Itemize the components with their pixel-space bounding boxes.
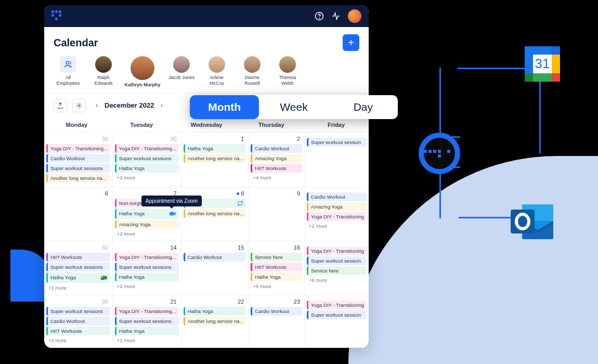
event-chip[interactable]: Yoga DIY - Transitioning (307, 246, 367, 255)
event-chip[interactable]: Another long service na... (184, 154, 246, 163)
event-chip[interactable]: Hatha Yoga (46, 272, 110, 283)
day-cell[interactable]: 30Super workout sessionsCardio WorkoutHI… (44, 295, 113, 348)
person-6[interactable]: Theresa Webb (273, 56, 302, 86)
more-events-link[interactable]: +2 more (115, 336, 179, 344)
more-events-link[interactable]: +6 more (307, 276, 367, 284)
more-events-link[interactable]: +4 more (251, 174, 302, 181)
user-avatar[interactable] (348, 9, 361, 23)
event-chip[interactable]: Yoga DIY - Transitioning... (115, 307, 179, 316)
person-5[interactable]: Dianne Russell (238, 56, 267, 86)
day-cell[interactable]: 9 (249, 187, 305, 241)
day-cell[interactable]: 7Non-surgicAppointment via ZoomHatha Yog… (113, 187, 181, 241)
event-chip[interactable]: Cardio Workout (46, 317, 110, 326)
day-cell[interactable]: 30HIIT WorkoutsSuper workout sessionsHat… (44, 241, 113, 295)
day-cell[interactable]: 21Yoga DIY - Transitioning...Super worko… (113, 295, 181, 348)
prev-month-button[interactable] (91, 100, 102, 111)
person-2[interactable]: Kathryn Murphy (124, 56, 161, 88)
view-day[interactable]: Day (329, 95, 398, 119)
event-chip[interactable]: Cardio Workout (184, 253, 246, 262)
event-chip[interactable]: Non-surgicAppointment via Zoom (115, 199, 179, 207)
event-chip[interactable]: Hatha Yoga (115, 209, 179, 219)
view-month[interactable]: Month (190, 95, 259, 119)
event-chip[interactable]: HIIT Workouts (46, 327, 110, 335)
help-icon[interactable] (315, 11, 324, 21)
event-chip[interactable]: Another long service na... (46, 174, 110, 183)
day-cell[interactable]: 14Yoga DIY - Transitioning...Super worko… (113, 241, 181, 295)
event-chip[interactable]: Yoga DIY - Transitioning (307, 301, 367, 309)
day-cell[interactable]: 6 (44, 187, 113, 241)
event-chip[interactable]: Super workout sessions (46, 263, 110, 271)
event-chip[interactable]: Hatha Yoga (115, 164, 179, 173)
event-chip[interactable]: Super workout sessions (115, 317, 179, 326)
day-cell[interactable]: 30Yoga DIY - Transitioning...Super worko… (113, 133, 181, 187)
event-chip[interactable]: Another long service na... (184, 209, 246, 218)
day-number: 9 (251, 189, 302, 199)
more-events-link[interactable]: +2 more (46, 336, 110, 344)
day-cell[interactable]: 2Cardio WorkoutAmazing YogaHIIT Workouts… (249, 133, 305, 187)
event-chip[interactable]: Super workout sessions (115, 154, 179, 163)
svg-point-1 (319, 18, 320, 18)
more-events-link[interactable]: +5 more (251, 282, 302, 290)
event-chip[interactable]: Hatha Yoga (251, 272, 302, 281)
more-events-link[interactable]: +2 more (115, 174, 179, 181)
day-number: 16 (251, 243, 302, 253)
event-chip[interactable]: Amazing Yoga (115, 220, 179, 229)
event-chip[interactable]: HIIT Workouts (251, 164, 302, 173)
day-cell[interactable]: Yoga DIY - TransitioningSuper workout se… (305, 241, 369, 295)
person-all[interactable]: All Employees (54, 56, 83, 86)
svg-rect-14 (525, 73, 533, 82)
event-chip[interactable]: Cardio Workout (46, 154, 110, 163)
event-chip[interactable]: Yoga DIY - Transitioning... (115, 144, 179, 153)
event-chip[interactable]: Amazing Yoga (251, 154, 302, 163)
day-cell[interactable]: Super workout session (305, 133, 369, 187)
app-logo-icon[interactable] (51, 10, 63, 22)
event-chip[interactable]: Super workout session (307, 310, 367, 319)
day-cell[interactable]: 15Cardio Workout (181, 241, 249, 295)
event-chip[interactable]: Yoga DIY - Transitioning... (46, 144, 110, 153)
day-number (307, 297, 367, 301)
event-chip[interactable]: Amazing Yoga (307, 202, 367, 211)
person-1[interactable]: Ralph Edwards (89, 56, 118, 86)
event-chip[interactable]: Service here (251, 253, 302, 262)
person-avatar (173, 56, 190, 73)
event-chip[interactable]: Super workout sessions (46, 164, 110, 173)
day-number (307, 135, 367, 138)
add-button[interactable]: + (343, 34, 359, 51)
day-cell[interactable]: Yoga DIY - TransitioningSuper workout se… (305, 295, 369, 348)
event-chip[interactable]: Hatha Yoga (115, 272, 179, 281)
more-events-link[interactable]: +2 more (115, 282, 179, 290)
person-3[interactable]: Jacob Jones (167, 56, 196, 81)
event-chip[interactable]: Super workout sessions (46, 307, 110, 316)
more-events-link[interactable]: +2 more (115, 230, 179, 238)
day-cell[interactable]: 23Cardio Workout (249, 295, 305, 348)
next-month-button[interactable] (156, 100, 167, 111)
settings-button[interactable] (72, 99, 86, 112)
event-chip[interactable]: Yoga DIY - Transitioning (307, 212, 367, 221)
more-events-link[interactable]: +2 more (46, 284, 110, 292)
event-chip[interactable]: Cardio Workout (251, 307, 302, 316)
event-chip[interactable]: Hatha Yoga (184, 144, 246, 153)
month-label[interactable]: December 2022 (105, 101, 154, 109)
event-chip[interactable]: HIIT Workouts (46, 253, 110, 262)
event-chip[interactable]: Hatha Yoga (115, 327, 179, 335)
day-cell[interactable]: 30Yoga DIY - Transitioning...Cardio Work… (44, 133, 113, 187)
day-cell[interactable]: 1Hatha YogaAnother long service na... (181, 133, 249, 187)
export-button[interactable] (54, 99, 67, 112)
day-cell[interactable]: 22Hatha YogaAnother long service na... (181, 295, 249, 348)
event-chip[interactable]: Cardio Workout (307, 192, 367, 201)
activity-icon[interactable] (331, 11, 341, 21)
day-cell[interactable]: 16Service hereHIIT WorkoutsHatha Yoga+5 … (249, 241, 305, 295)
event-chip[interactable]: Another long service na... (184, 317, 246, 326)
event-chip[interactable]: Super workout sessions (115, 263, 179, 271)
event-chip[interactable]: Service here (307, 266, 367, 275)
event-chip[interactable]: Hatha Yoga (184, 307, 246, 316)
event-chip[interactable]: Super workout session (307, 138, 367, 147)
event-chip[interactable]: Cardio Workout (251, 144, 302, 153)
day-cell[interactable]: Cardio WorkoutAmazing YogaYoga DIY - Tra… (305, 187, 369, 241)
more-events-link[interactable]: +2 more (307, 222, 367, 230)
person-4[interactable]: Arlene McCoy (202, 56, 231, 86)
view-week[interactable]: Week (259, 95, 328, 119)
event-chip[interactable]: HIIT Workouts (251, 263, 302, 271)
event-chip[interactable]: Yoga DIY - Transitioning... (115, 253, 179, 262)
event-chip[interactable]: Super workout session (307, 256, 367, 265)
